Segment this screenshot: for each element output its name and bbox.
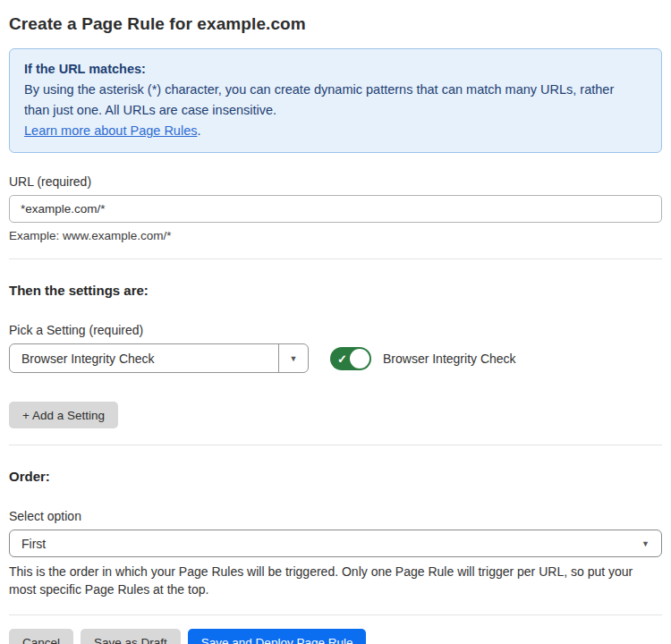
divider-after-url: [9, 258, 662, 259]
url-field-helper: Example: www.example.com/*: [9, 229, 662, 242]
order-select[interactable]: First ▼: [9, 530, 662, 557]
footer-actions: Cancel Save as Draft Save and Deploy Pag…: [9, 629, 662, 644]
browser-integrity-check-toggle[interactable]: ✓: [330, 347, 371, 370]
setting-picker-label: Pick a Setting (required): [9, 323, 662, 337]
setting-picker-value: Browser Integrity Check: [10, 344, 278, 372]
chevron-down-icon: ▼: [290, 354, 298, 363]
learn-more-link[interactable]: Learn more about Page Rules: [24, 123, 197, 138]
order-helper-text: This is the order in which your Page Rul…: [9, 564, 662, 598]
info-box-heading: If the URL matches:: [24, 59, 647, 80]
cancel-button[interactable]: Cancel: [9, 629, 73, 644]
settings-section-heading: Then the settings are:: [9, 283, 662, 298]
setting-row: Browser Integrity Check ▼ ✓ Browser Inte…: [9, 343, 662, 373]
save-as-draft-button[interactable]: Save as Draft: [81, 629, 181, 644]
setting-toggle-group: ✓ Browser Integrity Check: [330, 347, 516, 370]
info-box-link-line: Learn more about Page Rules.: [24, 123, 201, 138]
link-suffix: .: [197, 123, 200, 138]
toggle-label: Browser Integrity Check: [383, 352, 516, 366]
divider-after-settings: [9, 445, 662, 445]
save-and-deploy-button[interactable]: Save and Deploy Page Rule: [188, 629, 367, 644]
divider-before-footer: [9, 614, 662, 615]
setting-picker-arrow-button[interactable]: ▼: [278, 344, 308, 372]
toggle-knob: [350, 349, 369, 369]
order-select-value: First: [21, 537, 641, 551]
order-select-label: Select option: [9, 509, 662, 523]
add-setting-button[interactable]: + Add a Setting: [9, 402, 118, 428]
chevron-down-icon: ▼: [641, 539, 650, 548]
url-match-info-box: If the URL matches: By using the asteris…: [9, 48, 662, 153]
url-input[interactable]: [9, 195, 662, 223]
checkmark-icon: ✓: [337, 352, 347, 364]
url-field-label: URL (required): [9, 174, 662, 189]
setting-picker-dropdown[interactable]: Browser Integrity Check ▼: [9, 343, 309, 373]
page-title: Create a Page Rule for example.com: [9, 14, 662, 34]
order-section-heading: Order:: [9, 469, 662, 484]
info-box-body: By using the asterisk (*) character, you…: [24, 80, 633, 121]
